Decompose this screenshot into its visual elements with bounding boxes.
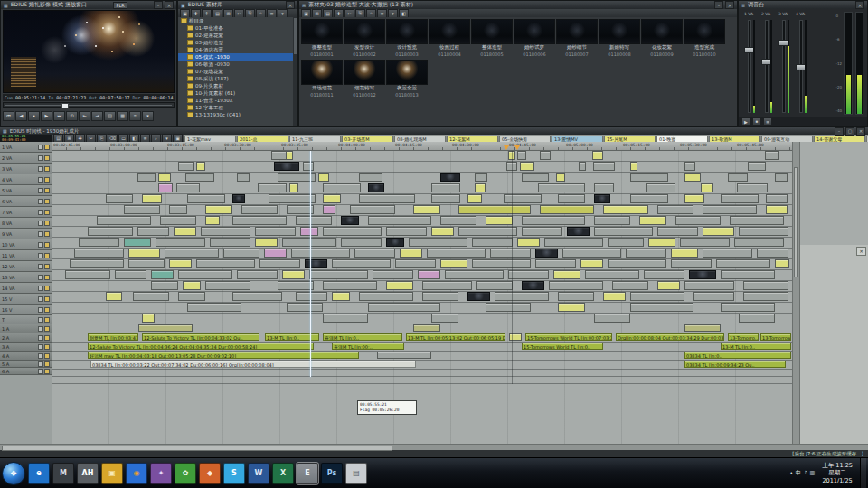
timeline-clip[interactable] (486, 216, 513, 225)
timeline-clip[interactable] (232, 194, 245, 203)
timeline-clip[interactable] (137, 227, 169, 236)
timeline-clip[interactable] (422, 292, 458, 301)
minimize-icon[interactable]: – (154, 1, 163, 9)
timeline-clip[interactable] (556, 173, 565, 182)
timeline-clip[interactable] (395, 259, 436, 268)
sequence-tab[interactable]: 09-游戏互动 (761, 136, 813, 142)
timeline-clip[interactable] (354, 249, 395, 258)
timeline-clip[interactable] (151, 270, 174, 279)
timeline-clip[interactable] (133, 292, 169, 301)
timeline-clip[interactable] (178, 270, 232, 279)
timeline-clip[interactable] (775, 173, 788, 182)
timeline-clip[interactable] (608, 259, 666, 268)
timeline-clip[interactable] (646, 183, 675, 192)
timeline-clip[interactable] (422, 281, 472, 290)
sequence-tab[interactable]: 1-花絮mav (184, 136, 236, 142)
timeline-clip[interactable]: Org[In:00:00:08:04 Out:00:03:34:29 Dur:0… (616, 333, 724, 341)
bin-tool-icon[interactable]: ✂ (234, 9, 244, 18)
timeline-clip[interactable] (522, 216, 585, 225)
track-header[interactable]: 3 A (0, 343, 52, 352)
timeline-clip[interactable] (775, 259, 789, 268)
scrub-bar[interactable] (3, 102, 175, 108)
timeline-clip[interactable] (476, 281, 513, 290)
track-header[interactable]: 16 V (0, 305, 52, 315)
timeline-clip[interactable] (544, 238, 603, 247)
timeline-clip[interactable] (535, 259, 576, 268)
timeline-clip[interactable] (137, 173, 156, 182)
timeline-clip[interactable] (232, 292, 282, 301)
timeline-clip[interactable] (115, 270, 146, 279)
timeline-clip[interactable] (743, 281, 788, 290)
timeline-clip[interactable]: 03834 TL [In:0.. (684, 352, 791, 359)
timeline-clip[interactable] (630, 303, 693, 312)
sequence-tab[interactable]: 13-爱情MV (552, 136, 603, 142)
timeline-clip[interactable]: 03834 TL [In:00:00:03:22 Out:00:07:34:02… (90, 361, 416, 368)
timeline-clip[interactable] (765, 151, 779, 160)
transport-button[interactable]: ▾ (142, 111, 154, 121)
timeline-clip[interactable] (458, 205, 531, 214)
timeline-clip[interactable] (158, 183, 173, 192)
bin-tool-icon[interactable]: ⎘ (245, 9, 255, 18)
minimize-icon[interactable]: – (714, 1, 723, 9)
mixer-foot-button[interactable]: ≡ (763, 117, 772, 126)
bin-folder[interactable]: 05-仪式 -1930 (178, 53, 293, 61)
palette-tool-icon[interactable]: ✚ (334, 9, 344, 18)
timeline-clip[interactable] (142, 314, 155, 323)
timeline-clip[interactable] (730, 216, 784, 225)
mixer-channel[interactable]: 2 VA (760, 12, 772, 115)
timeline-clip[interactable] (332, 259, 391, 268)
timeline-clip[interactable] (594, 216, 630, 225)
timeline-clip[interactable] (612, 281, 648, 290)
bin-folder[interactable]: 13-131930c (C41) (178, 111, 293, 118)
timeline-clip[interactable] (269, 194, 316, 203)
sequence-tab[interactable]: 05-全场快剪 (499, 136, 551, 142)
taskbar-icon-edius[interactable]: E (297, 463, 318, 484)
track-header[interactable]: 6 A (0, 368, 52, 375)
taskbar-icon-ah-app[interactable]: AH (77, 463, 99, 484)
track-header[interactable]: T (0, 315, 52, 324)
transport-button[interactable]: ▤ (104, 111, 116, 121)
timeline-clip[interactable] (368, 183, 384, 192)
timeline-clip[interactable] (520, 162, 534, 171)
timeline-clip[interactable] (549, 281, 603, 290)
timeline-hscrollbar[interactable] (0, 444, 868, 450)
track-header[interactable]: 5 VA (0, 185, 52, 196)
timeline-clip[interactable] (630, 194, 668, 203)
timeline-clip[interactable] (70, 259, 124, 268)
timeline-clip[interactable] (368, 303, 440, 312)
track-header[interactable]: 4 A (0, 352, 52, 361)
timeline-clip[interactable] (585, 270, 639, 279)
timeline-clip[interactable] (440, 216, 476, 225)
timeline-clip[interactable] (671, 249, 698, 258)
palette-tool-icon[interactable]: ▣ (301, 9, 311, 18)
clip-thumbnail[interactable]: 设计预览01180003 (386, 19, 428, 58)
timeline-clip[interactable]: 13-M TL [In:00:05:13:02 Out:00:06:05:19 … (406, 333, 505, 341)
taskbar-icon-skype[interactable]: S (223, 463, 245, 484)
timeline-clip[interactable] (517, 238, 540, 247)
bin-tool-icon[interactable]: ⌕ (256, 9, 266, 18)
timeline-clip[interactable] (680, 238, 730, 247)
tray-icon[interactable]: ▥ (810, 469, 816, 477)
timeline-clip[interactable] (241, 205, 278, 214)
timeline-clip[interactable] (467, 194, 482, 203)
timeline-clip[interactable]: 13-Tomorro.. (728, 333, 759, 341)
timeline-clip[interactable] (128, 259, 165, 268)
timeline-clip[interactable] (332, 292, 350, 301)
clip-thumbnail[interactable]: 新娘特写01180008 (599, 19, 640, 58)
timeline-clip[interactable] (65, 270, 110, 279)
sequence-tab[interactable]: 08-婚礼现场M (394, 136, 446, 142)
timeline-clip[interactable] (721, 303, 775, 312)
taskbar-icon-green-app[interactable]: ✿ (175, 463, 196, 484)
sequence-tab[interactable]: 2011-总 (237, 136, 288, 142)
timeline-clip[interactable] (603, 205, 648, 214)
bin-tool-icon[interactable]: ⊞ (223, 9, 233, 18)
timeline-clip[interactable] (196, 162, 205, 171)
timeline-clip[interactable] (630, 162, 637, 171)
bin-tool-icon[interactable]: ▤ (212, 9, 222, 18)
timeline-clip[interactable] (386, 227, 427, 236)
timeline-clip[interactable] (594, 227, 653, 236)
timeline-clip[interactable] (106, 194, 133, 203)
palette-tool-icon[interactable]: ▾ (388, 9, 398, 18)
clip-thumbnail[interactable]: 开场烟花01180011 (301, 60, 343, 99)
timeline-clip[interactable] (495, 292, 549, 301)
